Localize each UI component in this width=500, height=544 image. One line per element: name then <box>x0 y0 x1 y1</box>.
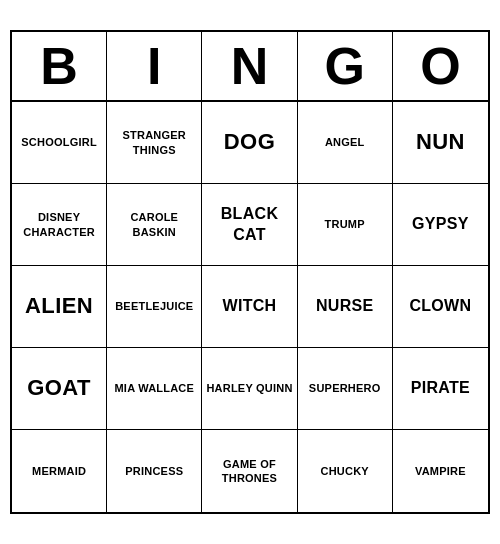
cell-text: TRUMP <box>325 217 365 231</box>
cell-text: CAROLE BASKIN <box>111 210 197 239</box>
cell-text: MERMAID <box>32 464 86 478</box>
bingo-cell: PRINCESS <box>107 430 202 512</box>
bingo-letter: B <box>12 32 107 100</box>
bingo-cell: WITCH <box>202 266 297 348</box>
cell-text: BLACK CAT <box>206 204 292 246</box>
cell-text: GYPSY <box>412 214 469 235</box>
cell-text: GOAT <box>27 374 91 403</box>
cell-text: MIA WALLACE <box>114 381 194 395</box>
bingo-cell: VAMPIRE <box>393 430 488 512</box>
bingo-cell: DISNEY CHARACTER <box>12 184 107 266</box>
bingo-card: BINGO SCHOOLGIRLSTRANGER THINGSDOGANGELN… <box>10 30 490 514</box>
cell-text: GAME OF THRONES <box>206 457 292 486</box>
bingo-cell: SCHOOLGIRL <box>12 102 107 184</box>
cell-text: STRANGER THINGS <box>111 128 197 157</box>
bingo-cell: CHUCKY <box>298 430 393 512</box>
bingo-grid: SCHOOLGIRLSTRANGER THINGSDOGANGELNUNDISN… <box>12 102 488 512</box>
bingo-cell: HARLEY QUINN <box>202 348 297 430</box>
bingo-cell: NURSE <box>298 266 393 348</box>
cell-text: VAMPIRE <box>415 464 466 478</box>
bingo-cell: GOAT <box>12 348 107 430</box>
cell-text: WITCH <box>222 296 276 317</box>
cell-text: SCHOOLGIRL <box>21 135 97 149</box>
bingo-cell: GAME OF THRONES <box>202 430 297 512</box>
cell-text: NURSE <box>316 296 374 317</box>
cell-text: HARLEY QUINN <box>206 381 292 395</box>
cell-text: SUPERHERO <box>309 381 381 395</box>
bingo-cell: STRANGER THINGS <box>107 102 202 184</box>
bingo-cell: MERMAID <box>12 430 107 512</box>
bingo-cell: CAROLE BASKIN <box>107 184 202 266</box>
bingo-cell: ALIEN <box>12 266 107 348</box>
bingo-letter: G <box>298 32 393 100</box>
cell-text: ANGEL <box>325 135 365 149</box>
cell-text: ALIEN <box>25 292 93 321</box>
bingo-header: BINGO <box>12 32 488 102</box>
bingo-cell: MIA WALLACE <box>107 348 202 430</box>
cell-text: CLOWN <box>409 296 471 317</box>
cell-text: PRINCESS <box>125 464 183 478</box>
bingo-cell: GYPSY <box>393 184 488 266</box>
cell-text: NUN <box>416 128 465 157</box>
bingo-cell: SUPERHERO <box>298 348 393 430</box>
bingo-cell: TRUMP <box>298 184 393 266</box>
bingo-letter: I <box>107 32 202 100</box>
cell-text: DISNEY CHARACTER <box>16 210 102 239</box>
bingo-cell: CLOWN <box>393 266 488 348</box>
bingo-cell: BEETLEJUICE <box>107 266 202 348</box>
bingo-cell: BLACK CAT <box>202 184 297 266</box>
cell-text: DOG <box>224 128 275 157</box>
bingo-cell: ANGEL <box>298 102 393 184</box>
bingo-cell: PIRATE <box>393 348 488 430</box>
cell-text: PIRATE <box>411 378 470 399</box>
bingo-cell: NUN <box>393 102 488 184</box>
cell-text: BEETLEJUICE <box>115 299 193 313</box>
bingo-letter: N <box>202 32 297 100</box>
cell-text: CHUCKY <box>321 464 369 478</box>
bingo-letter: O <box>393 32 488 100</box>
bingo-cell: DOG <box>202 102 297 184</box>
